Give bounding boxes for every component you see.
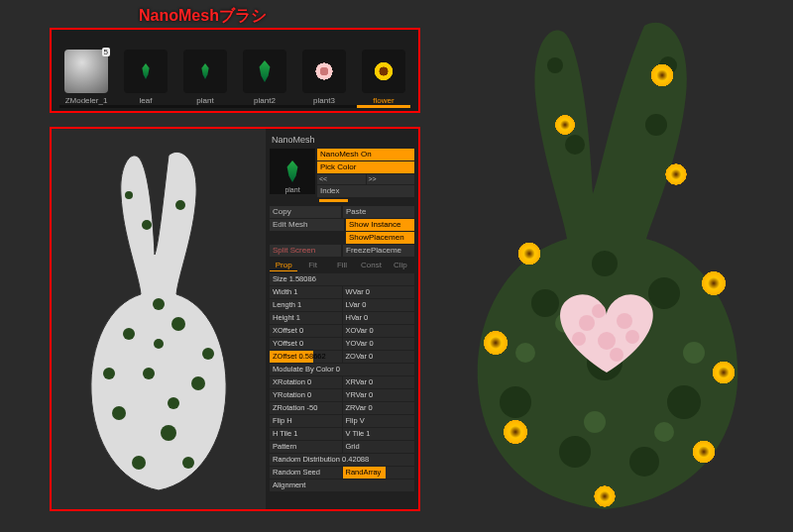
prop-button[interactable]: Flip V: [343, 415, 415, 427]
prop-row: ZRotation -50ZRVar 0: [270, 402, 414, 414]
svg-point-16: [531, 289, 559, 317]
svg-point-25: [645, 114, 667, 136]
prop-button[interactable]: Flip H: [270, 415, 342, 427]
tab-clip[interactable]: Clip: [387, 260, 414, 271]
alignment-row[interactable]: Alignment: [270, 479, 414, 491]
prop-row: Width 1WVar 0: [270, 286, 414, 298]
copy-button[interactable]: Copy: [270, 206, 341, 218]
svg-point-14: [154, 339, 164, 349]
svg-point-35: [551, 111, 579, 139]
bunny-wireframe-icon: [59, 136, 258, 502]
tab-prop[interactable]: Prop: [270, 260, 297, 271]
pick-color-button[interactable]: Pick Color: [317, 161, 414, 173]
svg-point-10: [175, 200, 185, 210]
brush-zmodeler[interactable]: 5 ZModeler_1: [59, 36, 113, 105]
plant-icon: [183, 50, 227, 93]
tab-fit[interactable]: Fit: [298, 260, 326, 271]
svg-point-33: [654, 422, 674, 442]
svg-point-4: [112, 406, 126, 420]
random-distribution-slider[interactable]: Random Distribution 0.42088: [270, 454, 414, 466]
next-button[interactable]: >>: [367, 174, 415, 184]
tab-const[interactable]: Const: [357, 260, 385, 271]
show-placement-button[interactable]: ShowPlacemen: [346, 232, 414, 244]
brush-plant3[interactable]: plant3: [297, 36, 351, 105]
bunny-topiary-icon: [426, 6, 783, 521]
svg-point-27: [547, 57, 563, 73]
prop-slider[interactable]: WVar 0: [343, 286, 415, 298]
svg-point-17: [648, 277, 680, 309]
brush-bar: 5 ZModeler_1 leaf plant plant2 plant3 fl…: [50, 28, 420, 113]
svg-point-1: [171, 317, 185, 331]
prop-slider[interactable]: YOffset 0: [270, 338, 342, 350]
nanomesh-panel: NanoMesh plant NanoMesh On Pick Color <<…: [266, 129, 418, 509]
prop-slider[interactable]: ZOffset 0.58662: [270, 351, 342, 363]
prop-slider[interactable]: YRVar 0: [343, 389, 415, 401]
brush-scroll[interactable]: [59, 105, 410, 108]
split-screen-button[interactable]: Split Screen: [270, 245, 341, 257]
prop-row: Length 1LVar 0: [270, 299, 414, 311]
random-seed-button[interactable]: Random Seed: [270, 467, 342, 479]
prop-slider[interactable]: YRotation 0: [270, 389, 342, 401]
prop-slider[interactable]: ZRVar 0: [343, 402, 415, 414]
prop-slider[interactable]: Modulate By Color 0: [270, 364, 414, 375]
svg-point-3: [191, 376, 205, 390]
size-slider[interactable]: Size 1.58086: [270, 273, 414, 285]
prop-slider[interactable]: Width 1: [270, 286, 342, 298]
prop-slider[interactable]: ZOVar 0: [343, 351, 415, 363]
prop-slider[interactable]: XOffset 0: [270, 325, 342, 337]
prop-slider[interactable]: ZRotation -50: [270, 402, 342, 414]
index-slider[interactable]: [319, 199, 348, 202]
final-render: [426, 6, 783, 521]
brush-label: plant2: [254, 96, 276, 105]
brush-label: flower: [373, 96, 394, 105]
brush-label: leaf: [140, 96, 153, 105]
edit-mesh-button[interactable]: Edit Mesh: [270, 219, 344, 231]
prop-slider[interactable]: H Tile 1: [270, 428, 342, 440]
freeze-placement-button[interactable]: FreezePlaceme: [343, 245, 414, 257]
brush-flower[interactable]: flower: [357, 36, 410, 105]
svg-point-42: [688, 436, 720, 468]
prop-slider[interactable]: V Tile 1: [343, 428, 415, 440]
svg-point-2: [143, 368, 155, 379]
viewport[interactable]: [52, 129, 266, 509]
pattern-value[interactable]: Grid: [343, 441, 415, 453]
page-title: NanoMeshブラシ: [139, 6, 267, 27]
plant-preview-icon: [283, 160, 301, 182]
prop-slider[interactable]: XOVar 0: [343, 325, 415, 337]
svg-point-48: [625, 330, 639, 344]
prop-list: Size 1.58086 Width 1WVar 0Length 1LVar 0…: [268, 271, 416, 494]
svg-point-45: [617, 313, 632, 329]
svg-point-49: [592, 304, 606, 318]
plant2-icon: [243, 50, 286, 93]
paste-button[interactable]: Paste: [343, 206, 414, 218]
svg-point-40: [708, 357, 739, 388]
prop-slider[interactable]: XRVar 0: [343, 376, 415, 388]
prop-slider[interactable]: HVar 0: [343, 312, 415, 324]
prop-slider[interactable]: Length 1: [270, 299, 342, 311]
prop-slider[interactable]: YOVar 0: [343, 338, 415, 350]
svg-point-22: [629, 447, 659, 477]
nanomesh-panel-wrap: NanoMesh plant NanoMesh On Pick Color <<…: [50, 127, 420, 511]
preview-label: plant: [270, 186, 315, 193]
prev-button[interactable]: <<: [317, 174, 366, 184]
brush-plant2[interactable]: plant2: [238, 36, 291, 105]
svg-point-46: [598, 332, 616, 350]
mesh-preview[interactable]: plant: [270, 149, 315, 194]
rand-array-button[interactable]: RandArray: [343, 467, 415, 479]
svg-point-23: [592, 251, 618, 276]
panel-header: NanoMesh: [268, 133, 416, 147]
tab-fill[interactable]: Fill: [328, 260, 356, 271]
svg-point-19: [500, 386, 531, 418]
prop-slider[interactable]: LVar 0: [343, 299, 415, 311]
brush-badge: 5: [102, 48, 110, 56]
pattern-label: Pattern: [270, 441, 342, 453]
prop-slider[interactable]: Height 1: [270, 312, 342, 324]
show-instance-button[interactable]: Show Instance: [346, 219, 414, 231]
prop-slider[interactable]: XRotation 0: [270, 376, 342, 388]
brush-leaf[interactable]: leaf: [119, 36, 172, 105]
brush-plant[interactable]: plant: [178, 36, 232, 105]
svg-point-43: [590, 481, 620, 511]
nanomesh-toggle[interactable]: NanoMesh On: [317, 149, 414, 160]
prop-row: H Tile 1V Tile 1: [270, 428, 414, 440]
svg-point-41: [499, 415, 532, 449]
